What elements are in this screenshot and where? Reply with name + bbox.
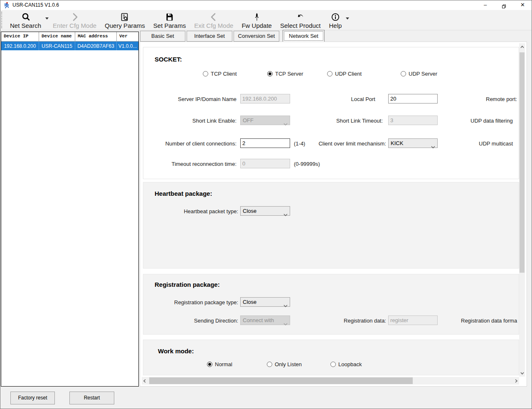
- client-connections-input[interactable]: [240, 138, 290, 148]
- radio-udp-client[interactable]: [327, 71, 332, 76]
- scroll-right-icon[interactable]: [513, 377, 519, 384]
- radio-only-listen[interactable]: [267, 362, 272, 367]
- net-search-dropdown-icon[interactable]: [45, 17, 49, 20]
- heartbeat-title: Heartbeat package:: [155, 190, 212, 197]
- heartbeat-type-select[interactable]: Close: [240, 206, 290, 216]
- close-icon: ✕: [520, 2, 525, 8]
- vertical-scrollbar[interactable]: [519, 43, 525, 377]
- info-icon: [331, 12, 340, 22]
- toolbar-grip: [1, 12, 5, 28]
- column-device-ip[interactable]: Device IP: [1, 32, 39, 41]
- registration-data-format-label: Registration data forma: [461, 318, 517, 324]
- select-product-label: Select Product: [280, 22, 321, 29]
- radio-only-listen-label: Only Listen: [275, 361, 302, 367]
- enter-cfg-mode-button[interactable]: Enter Cfg Mode: [49, 10, 101, 30]
- short-link-timeout-input[interactable]: [388, 116, 438, 125]
- radio-loopback[interactable]: [330, 362, 336, 367]
- device-mac-cell: D4AD20B7AF63: [75, 42, 117, 50]
- title-bar: USR-CAN115 V1.0.6 – ✕: [0, 0, 532, 10]
- restore-button[interactable]: [495, 0, 513, 10]
- short-link-enable-label: Short Link Enable:: [143, 118, 236, 124]
- sending-direction-select[interactable]: Connect with: [240, 315, 290, 325]
- sending-direction-label: Sending Direction:: [143, 318, 238, 324]
- radio-tcp-server[interactable]: [267, 71, 273, 76]
- device-table-header: Device IP Device name MAC address Ver: [1, 32, 138, 42]
- tab-interface-set[interactable]: Interface Set: [187, 31, 232, 42]
- select-product-button[interactable]: Select Product: [276, 10, 325, 30]
- device-ver-cell: V1.0.0...: [117, 42, 138, 50]
- radio-udp-server[interactable]: [401, 71, 406, 76]
- horizontal-scrollbar[interactable]: [142, 377, 519, 384]
- registration-section: Registration package: Registration packa…: [143, 274, 519, 335]
- restore-icon: [502, 5, 506, 8]
- heartbeat-type-value: Close: [243, 208, 256, 214]
- registration-data-input[interactable]: [388, 315, 438, 325]
- short-link-timeout-label: Short Link Timeout:: [310, 118, 383, 124]
- query-doc-icon: [120, 12, 129, 22]
- short-link-enable-select[interactable]: OFF: [240, 116, 290, 125]
- chevron-down-icon: [283, 301, 288, 310]
- registration-type-value: Close: [243, 299, 256, 305]
- fw-update-label: Fw Update: [241, 22, 272, 29]
- radio-tcp-client-label: TCP Client: [211, 71, 237, 77]
- scroll-up-icon[interactable]: [519, 43, 525, 50]
- radio-loopback-label: Loopback: [338, 361, 362, 367]
- enter-cfg-mode-label: Enter Cfg Mode: [53, 22, 96, 29]
- column-device-name[interactable]: Device name: [39, 32, 75, 41]
- help-dropdown-icon[interactable]: [346, 17, 349, 20]
- over-limit-select[interactable]: KICK: [388, 138, 438, 148]
- scroll-down-icon[interactable]: [519, 370, 525, 377]
- registration-data-label: Registration data:: [310, 318, 386, 324]
- client-connections-hint: (1-4): [294, 140, 305, 147]
- column-ver[interactable]: Ver: [117, 32, 138, 41]
- tab-network-set[interactable]: Network Set: [283, 30, 325, 42]
- settings-panel: SOCKET: TCP Client TCP Server UDP Client…: [140, 42, 527, 387]
- tab-basic-set[interactable]: Basic Set: [140, 31, 185, 42]
- fw-update-button[interactable]: Fw Update: [237, 10, 276, 30]
- device-row-selected[interactable]: 192.168.0.200 USR-CAN115 D4AD20B7AF63 V1…: [1, 42, 138, 50]
- server-ip-input[interactable]: [240, 94, 290, 103]
- rocket-icon: [252, 12, 261, 22]
- exit-cfg-mode-button[interactable]: Exit Cfg Mode: [190, 10, 237, 30]
- udp-data-filtering-label: UDP data filtering: [470, 118, 513, 124]
- radio-tcp-server-label: TCP Server: [275, 71, 303, 77]
- exit-cfg-mode-label: Exit Cfg Mode: [194, 22, 233, 29]
- local-port-input[interactable]: [388, 94, 438, 103]
- chevron-down-icon: [431, 142, 435, 151]
- over-limit-label: Client over limit mechanism:: [310, 140, 386, 147]
- restart-button[interactable]: Restart: [69, 392, 114, 404]
- remote-port-label: Remote port:: [486, 96, 517, 102]
- scroll-left-icon[interactable]: [142, 377, 148, 384]
- set-params-label: Set Params: [153, 22, 186, 29]
- vertical-scrollbar-thumb[interactable]: [520, 52, 525, 273]
- server-ip-label: Server IP/Domain Name: [143, 96, 236, 102]
- minimize-button[interactable]: –: [476, 0, 495, 10]
- help-label: Help: [329, 22, 342, 29]
- timeout-reconnect-input[interactable]: [240, 159, 290, 168]
- udp-multicast-label: UDP multicast: [479, 140, 513, 147]
- device-name-cell: USR-CAN115: [39, 42, 75, 50]
- timeout-reconnect-hint: (0-99999s): [294, 161, 320, 167]
- radio-udp-server-label: UDP Server: [409, 71, 437, 77]
- device-list-panel: Device IP Device name MAC address Ver 19…: [1, 32, 139, 387]
- column-mac-address[interactable]: MAC address: [75, 32, 117, 41]
- help-button[interactable]: Help: [325, 10, 346, 30]
- set-params-button[interactable]: Set Params: [149, 10, 190, 30]
- radio-normal-label: Normal: [215, 361, 232, 367]
- radio-normal[interactable]: [207, 362, 212, 367]
- factory-reset-button[interactable]: Factory reset: [10, 392, 55, 404]
- query-params-button[interactable]: Query Params: [101, 10, 149, 30]
- chevron-right-icon: [70, 12, 79, 22]
- close-button[interactable]: ✕: [513, 0, 532, 10]
- radio-udp-client-label: UDP Client: [335, 71, 362, 77]
- over-limit-value: KICK: [391, 140, 403, 146]
- net-search-button[interactable]: Net Search: [6, 10, 45, 30]
- sending-direction-value: Connect with: [243, 317, 274, 323]
- radio-tcp-client[interactable]: [203, 71, 208, 76]
- short-link-enable-value: OFF: [243, 117, 254, 123]
- socket-title: SOCKET:: [155, 56, 182, 63]
- horizontal-scrollbar-thumb[interactable]: [149, 377, 413, 384]
- chevron-left-icon: [209, 12, 218, 22]
- registration-type-select[interactable]: Close: [240, 297, 290, 307]
- tab-conversion-set[interactable]: Conversion Set: [234, 31, 279, 42]
